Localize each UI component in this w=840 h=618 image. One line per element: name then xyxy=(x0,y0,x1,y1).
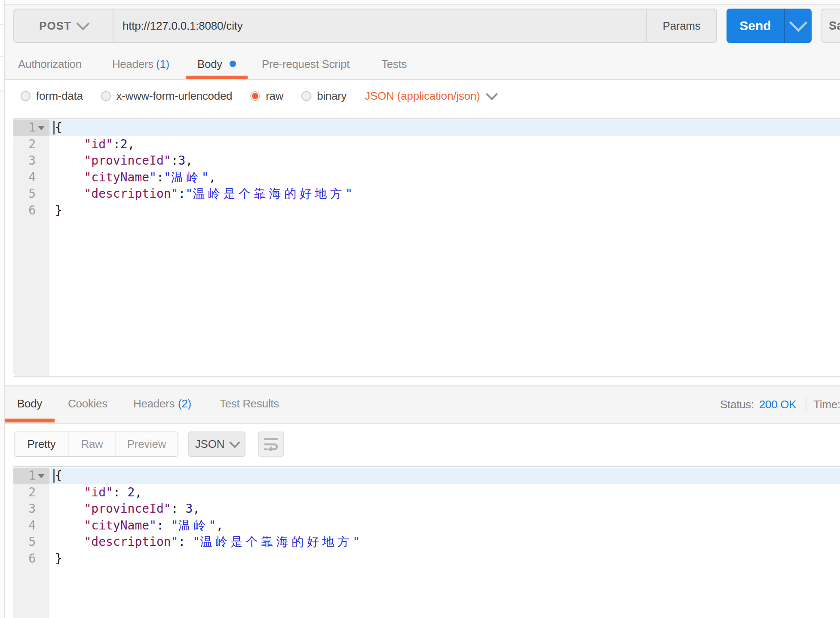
sidebar-lower-panel xyxy=(0,90,3,618)
code-line-6: 6} xyxy=(13,551,840,567)
view-toggle-preview[interactable]: Preview xyxy=(115,432,178,456)
code-token xyxy=(55,137,84,151)
code-token: " xyxy=(193,535,200,549)
request-tab-pre-request-script[interactable]: Pre-request Script xyxy=(250,52,361,79)
response-tab-body[interactable]: Body xyxy=(5,386,55,423)
line-number: 6 xyxy=(13,202,36,219)
unsaved-changes-dot-icon xyxy=(230,61,236,67)
code-token: 温岭 xyxy=(178,518,209,532)
code-token: : xyxy=(171,153,178,168)
chevron-down-icon xyxy=(789,14,807,32)
response-body-editor[interactable]: 1{2 "id": 2,3 "provinceId": 3,4 "cityNam… xyxy=(13,466,840,618)
line-number: 1 xyxy=(13,119,36,136)
fold-arrow-icon[interactable] xyxy=(38,474,45,478)
body-mode-form-data[interactable]: form-data xyxy=(21,89,83,103)
send-button[interactable]: Send xyxy=(727,9,785,43)
format-label: JSON xyxy=(195,437,225,451)
code-line-1: 1{ xyxy=(13,468,840,484)
code-text: "description":"温岭是个靠海的好地方" xyxy=(55,186,353,202)
body-mode-raw[interactable]: raw xyxy=(250,89,283,103)
code-token: " xyxy=(209,518,216,532)
request-tab-authorization[interactable]: Authorization xyxy=(6,52,93,79)
active-line-highlight xyxy=(49,119,840,136)
code-token xyxy=(55,518,84,532)
line-number: 4 xyxy=(13,169,36,186)
mode-label: form-data xyxy=(36,89,83,103)
tab-label: Body xyxy=(197,58,222,70)
tab-label: Test Results xyxy=(220,397,279,410)
mode-label: x-www-form-urlencoded xyxy=(116,89,233,103)
code-token: , xyxy=(185,153,193,168)
code-text: "cityName":"温岭", xyxy=(55,169,216,186)
code-line-6: 6} xyxy=(13,202,840,219)
request-body-editor[interactable]: 1{2 "id":2,3 "provinceId":3,4 "cityName"… xyxy=(13,118,840,377)
content-type-dropdown[interactable]: JSON (application/json) xyxy=(365,89,496,103)
wrap-lines-button[interactable] xyxy=(258,431,284,457)
view-toggle-pretty[interactable]: Pretty xyxy=(15,432,68,456)
code-token: 温岭是个靠海的好地方 xyxy=(200,535,353,549)
code-token: " xyxy=(185,187,193,201)
view-label: Preview xyxy=(127,437,166,451)
code-token xyxy=(55,187,84,201)
body-mode-binary[interactable]: binary xyxy=(301,89,346,103)
code-text: { xyxy=(55,468,62,484)
tab-label: Tests xyxy=(381,58,407,70)
line-number: 3 xyxy=(13,501,36,517)
send-options-button[interactable] xyxy=(785,9,812,43)
code-token: 2 xyxy=(120,137,128,151)
body-mode-row: form-datax-www-form-urlencodedrawbinaryJ… xyxy=(5,87,496,104)
response-tab-headers[interactable]: Headers(2) xyxy=(121,386,204,423)
code-text: "id":2, xyxy=(55,136,135,153)
response-tabs: BodyCookiesHeaders(2)Test Results xyxy=(5,386,291,423)
text-cursor xyxy=(53,469,55,483)
radio-icon xyxy=(101,91,111,101)
body-mode-x-www-form-urlencoded[interactable]: x-www-form-urlencoded xyxy=(101,89,233,103)
code-token: 2 xyxy=(128,485,135,499)
save-button[interactable]: Save xyxy=(821,9,840,43)
code-token xyxy=(55,502,84,516)
request-tab-tests[interactable]: Tests xyxy=(370,52,418,79)
code-token: "id" xyxy=(84,137,113,151)
code-token xyxy=(55,153,84,168)
code-token: } xyxy=(55,203,62,217)
code-text: "provinceId": 3, xyxy=(55,501,200,517)
mode-label: raw xyxy=(266,89,283,103)
code-token: "provinceId" xyxy=(84,153,171,168)
url-input[interactable]: http://127.0.0.1:8080/city xyxy=(113,9,646,42)
format-dropdown[interactable]: JSON xyxy=(188,431,245,457)
code-line-3: 3 "provinceId": 3, xyxy=(13,501,840,517)
code-token: : xyxy=(156,170,164,184)
code-token: : xyxy=(178,187,186,201)
wrap-lines-icon xyxy=(264,437,279,451)
code-text: "id": 2, xyxy=(55,484,142,501)
response-tab-test-results[interactable]: Test Results xyxy=(207,386,291,423)
response-tab-cookies[interactable]: Cookies xyxy=(55,386,120,423)
code-token: 3 xyxy=(178,153,186,168)
code-token: , xyxy=(128,137,135,151)
request-tab-body[interactable]: Body xyxy=(186,52,248,79)
request-tab-headers[interactable]: Headers(1) xyxy=(101,52,181,79)
code-token: , xyxy=(209,170,216,184)
method-dropdown[interactable]: POST xyxy=(14,9,113,42)
params-label: Params xyxy=(663,19,701,33)
radio-icon xyxy=(250,91,260,101)
code-token: : xyxy=(113,485,128,499)
code-token xyxy=(55,170,84,184)
sidebar-edge xyxy=(0,0,5,618)
code-token: 3 xyxy=(185,502,193,516)
view-toggle-raw[interactable]: Raw xyxy=(68,432,115,456)
code-token: } xyxy=(55,551,62,566)
chevron-down-icon xyxy=(76,17,89,30)
params-button[interactable]: Params xyxy=(646,9,716,42)
code-token: , xyxy=(216,518,223,532)
send-label: Send xyxy=(739,18,771,33)
code-line-4: 4 "cityName":"温岭", xyxy=(13,169,840,186)
code-text: "cityName": "温岭", xyxy=(55,517,223,534)
sidebar-item-divider xyxy=(0,24,3,25)
fold-arrow-icon[interactable] xyxy=(38,126,45,130)
request-tabs: AuthorizationHeaders(1)BodyPre-request S… xyxy=(5,52,418,80)
code-token: : xyxy=(156,518,171,532)
tab-count-badge: (2) xyxy=(178,397,191,410)
tab-count-badge: (1) xyxy=(156,58,169,70)
active-line-highlight xyxy=(49,468,840,484)
